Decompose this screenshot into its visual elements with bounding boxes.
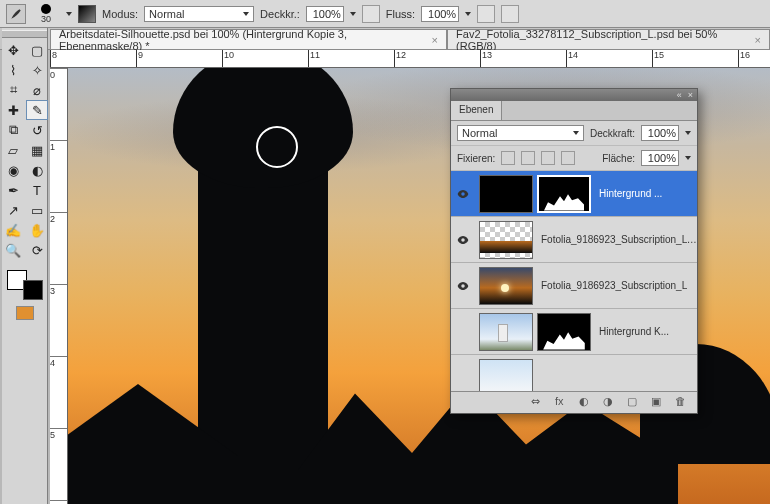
close-icon[interactable]: × xyxy=(688,90,693,100)
close-icon[interactable]: × xyxy=(432,34,438,46)
layer-thumbnail[interactable] xyxy=(537,313,591,351)
blend-mode-select[interactable]: Normal xyxy=(144,6,254,22)
tool-crop[interactable]: ⌗ xyxy=(2,80,24,100)
tool-preset-picker[interactable] xyxy=(6,4,26,24)
panel-titlebar[interactable]: « × xyxy=(451,89,697,101)
opacity-dropdown-icon[interactable] xyxy=(350,12,356,16)
lock-all-icon[interactable] xyxy=(561,151,575,165)
tool-blur[interactable]: ◉ xyxy=(2,160,24,180)
layer-mask-icon[interactable]: ◐ xyxy=(579,395,595,411)
lock-transparency-icon[interactable] xyxy=(501,151,515,165)
brush-size-value: 30 xyxy=(41,14,51,24)
tool-rotate[interactable]: ⟳ xyxy=(26,240,48,260)
layer-row[interactable] xyxy=(451,355,697,391)
tool-dodge[interactable]: ◐ xyxy=(26,160,48,180)
tool-path[interactable]: ↗ xyxy=(2,200,24,220)
tool-eraser[interactable]: ▱ xyxy=(2,140,24,160)
tool-hand[interactable]: ✋ xyxy=(26,220,48,240)
tool-marquee[interactable]: ▢ xyxy=(26,40,48,60)
new-layer-icon[interactable]: ▣ xyxy=(651,395,667,411)
document-tab-active[interactable]: Arbeitsdatei-Silhouette.psd bei 100% (Hi… xyxy=(50,29,447,49)
layer-name[interactable]: Fotolia_9186923_Subscription_L xyxy=(537,280,697,291)
layer-thumbnail[interactable] xyxy=(479,175,533,213)
brush-preset[interactable]: 30 xyxy=(32,4,60,24)
tool-notes[interactable]: ✍ xyxy=(2,220,24,240)
flow-input[interactable]: 100% xyxy=(421,6,459,22)
lock-label: Fixieren: xyxy=(457,153,495,164)
opacity-label: Deckkr.: xyxy=(260,8,300,20)
chevron-down-icon xyxy=(243,12,249,16)
background-color[interactable] xyxy=(23,280,43,300)
tool-move[interactable]: ✥ xyxy=(2,40,24,60)
brush-cursor xyxy=(256,126,298,168)
layer-name[interactable]: Hintergrund ... xyxy=(595,188,697,199)
layer-row[interactable]: Fotolia_9186923_Subscription_L xyxy=(451,263,697,309)
fill-label: Fläche: xyxy=(602,153,635,164)
quickmask-toggle[interactable] xyxy=(2,306,47,320)
opacity-dropdown-icon[interactable] xyxy=(685,131,691,135)
layer-blend-select[interactable]: Normal xyxy=(457,125,584,141)
tool-wand[interactable]: ✧ xyxy=(26,60,48,80)
lock-position-icon[interactable] xyxy=(541,151,555,165)
tool-history[interactable]: ↺ xyxy=(26,120,48,140)
layer-thumbnail[interactable] xyxy=(479,221,533,259)
tool-type[interactable]: T xyxy=(26,180,48,200)
tool-stamp[interactable]: ⧉ xyxy=(2,120,24,140)
tab-label: Fav2_Fotolia_33278112_Subscription_L.psd… xyxy=(456,28,749,52)
layer-row[interactable]: Fotolia_9186923_Subscription_L Ko... xyxy=(451,217,697,263)
visibility-toggle[interactable] xyxy=(451,233,475,247)
layer-row[interactable]: Hintergrund ... xyxy=(451,171,697,217)
tablet-size-icon[interactable] xyxy=(501,5,519,23)
lock-fill-row: Fixieren: Fläche: 100% xyxy=(451,146,697,171)
adjustment-layer-icon[interactable]: ◑ xyxy=(603,395,619,411)
delete-layer-icon[interactable]: 🗑 xyxy=(675,395,691,411)
panel-grip[interactable] xyxy=(2,30,47,38)
visibility-toggle[interactable] xyxy=(451,187,475,201)
layer-row[interactable]: Hintergrund K... xyxy=(451,309,697,355)
ruler-horizontal[interactable]: 8910111213141516 xyxy=(50,50,770,68)
layer-style-icon[interactable]: fx xyxy=(555,395,571,411)
ruler-vertical[interactable]: 0123456 xyxy=(50,68,68,504)
tool-brush[interactable]: ✎ xyxy=(26,100,48,120)
layer-thumbnail[interactable] xyxy=(479,267,533,305)
blend-opacity-row: Normal Deckkraft: 100% xyxy=(451,121,697,146)
tool-pen[interactable]: ✒ xyxy=(2,180,24,200)
layer-name[interactable]: Fotolia_9186923_Subscription_L Ko... xyxy=(537,234,697,245)
document-tab[interactable]: Fav2_Fotolia_33278112_Subscription_L.psd… xyxy=(447,29,770,49)
tablet-opacity-icon[interactable] xyxy=(362,5,380,23)
fill-dropdown-icon[interactable] xyxy=(685,156,691,160)
tool-zoom[interactable]: 🔍 xyxy=(2,240,24,260)
layer-name[interactable]: Hintergrund K... xyxy=(595,326,697,337)
group-icon[interactable]: ▢ xyxy=(627,395,643,411)
layer-thumbnail[interactable] xyxy=(537,175,591,213)
tool-shape[interactable]: ▭ xyxy=(26,200,48,220)
layers-panel[interactable]: « × Ebenen Normal Deckkraft: 100% Fixier… xyxy=(450,88,698,414)
panel-tab-row: Ebenen xyxy=(451,101,697,121)
layer-opacity-input[interactable]: 100% xyxy=(641,125,679,141)
airbrush-icon[interactable] xyxy=(477,5,495,23)
tab-layers[interactable]: Ebenen xyxy=(451,101,502,120)
fill-input[interactable]: 100% xyxy=(641,150,679,166)
flow-dropdown-icon[interactable] xyxy=(465,12,471,16)
link-layers-icon[interactable]: ⇔ xyxy=(531,395,547,411)
tool-gradient[interactable]: ▦ xyxy=(26,140,48,160)
tool-lasso[interactable]: ⌇ xyxy=(2,60,24,80)
layer-list[interactable]: Hintergrund ...Fotolia_9186923_Subscript… xyxy=(451,171,697,391)
tool-healing[interactable]: ✚ xyxy=(2,100,24,120)
document-tab-bar: Arbeitsdatei-Silhouette.psd bei 100% (Hi… xyxy=(0,28,770,50)
layer-blend-value: Normal xyxy=(462,127,497,139)
chevron-down-icon xyxy=(573,131,579,135)
brush-panel-toggle-icon[interactable] xyxy=(78,5,96,23)
layer-thumbnail[interactable] xyxy=(479,313,533,351)
color-swatch[interactable] xyxy=(7,270,43,300)
panel-menu-icon[interactable]: « xyxy=(677,90,682,100)
brush-dropdown-icon[interactable] xyxy=(66,12,72,16)
opacity-input[interactable]: 100% xyxy=(306,6,344,22)
panel-footer: ⇔ fx ◐ ◑ ▢ ▣ 🗑 xyxy=(451,391,697,413)
close-icon[interactable]: × xyxy=(755,34,761,46)
lock-pixels-icon[interactable] xyxy=(521,151,535,165)
tool-eyedropper[interactable]: ⌀ xyxy=(26,80,48,100)
standard-mode-icon[interactable] xyxy=(16,306,34,320)
visibility-toggle[interactable] xyxy=(451,279,475,293)
layer-thumbnail[interactable] xyxy=(479,359,533,392)
